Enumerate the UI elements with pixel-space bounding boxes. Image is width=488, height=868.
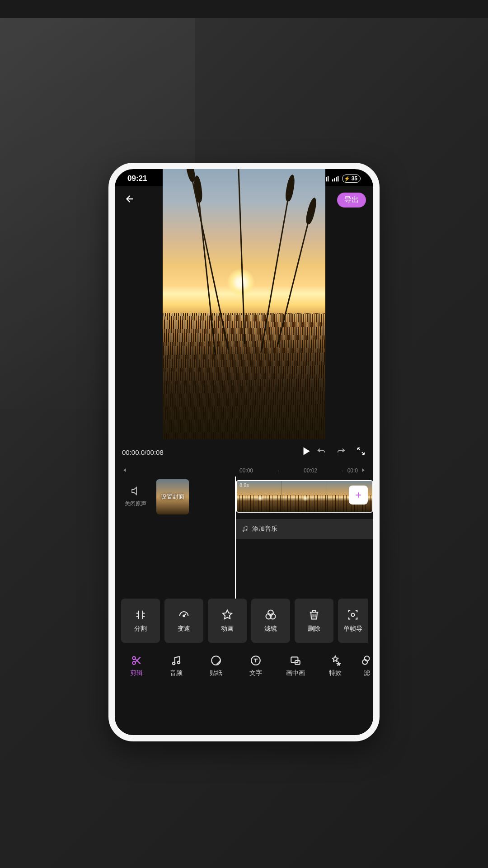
tool-frame-export[interactable]: 单帧导 (338, 599, 368, 643)
tab-label: 音频 (170, 669, 183, 677)
mute-original-audio-button[interactable]: 关闭原声 (122, 479, 149, 508)
add-music-track[interactable]: 添加音乐 (236, 519, 373, 539)
svg-point-21 (173, 662, 175, 665)
tool-animation[interactable]: 动画 (208, 599, 247, 643)
fullscreen-button[interactable] (356, 446, 366, 458)
tab-audio[interactable]: 音频 (157, 655, 195, 677)
bottom-tabs: 剪辑 音频 贴纸 文字 画中画 (115, 646, 373, 685)
ruler-tick-dot: · (277, 467, 279, 474)
ruler-tick: 00:00 (239, 467, 253, 474)
tab-label: 特效 (329, 669, 342, 677)
tool-speed[interactable]: 变速 (164, 599, 203, 643)
set-cover-button[interactable]: 设置封面 (156, 479, 189, 514)
tab-label: 滤 (364, 669, 370, 677)
tab-sticker[interactable]: 贴纸 (197, 655, 235, 677)
phone-frame: 09:21 HD ⚡ 35 (108, 163, 380, 741)
preview-grass-field (163, 313, 325, 439)
svg-point-12 (243, 530, 244, 532)
play-button[interactable] (300, 445, 312, 459)
wallpaper-backdrop: 09:21 HD ⚡ 35 (0, 18, 488, 868)
ruler-tick: 00:02 (304, 467, 317, 474)
goto-start-button[interactable] (121, 467, 127, 475)
tool-split[interactable]: 分割 (121, 599, 160, 643)
svg-point-14 (183, 615, 185, 617)
ruler-tick-dot: · (342, 467, 343, 474)
svg-point-22 (178, 661, 180, 664)
tool-delete[interactable]: 删除 (295, 599, 333, 643)
back-button[interactable] (122, 193, 135, 207)
timecode-display: 00:00.0/00:08 (122, 448, 296, 456)
tool-label: 动画 (221, 625, 234, 633)
ruler-ticks: 00:00 · 00:02 · (127, 467, 347, 474)
clip-tools-row: 分割 变速 动画 滤镜 删除 (115, 599, 373, 643)
mute-label: 关闭原声 (125, 500, 146, 508)
app-header: 导出 (115, 186, 373, 213)
goto-end-button[interactable] (361, 467, 367, 475)
tool-label: 删除 (308, 625, 320, 633)
tab-label: 剪辑 (130, 669, 143, 677)
timeline-area[interactable]: 关闭原声 设置封面 8.9s (115, 476, 373, 599)
tab-label: 画中画 (286, 669, 305, 677)
undo-button[interactable] (316, 446, 326, 458)
playhead[interactable] (235, 476, 236, 599)
tab-effects[interactable]: 特效 (316, 655, 354, 677)
tab-text[interactable]: 文字 (237, 655, 275, 677)
timeline-ruler[interactable]: 00:00 · 00:02 · 00:0 (115, 465, 373, 476)
svg-point-13 (246, 529, 247, 531)
play-controls: 00:00.0/00:08 (115, 439, 373, 465)
cover-label: 设置封面 (161, 493, 184, 501)
clip-duration-badge: 8.9s (239, 482, 249, 488)
ruler-tick: 00:0 (347, 467, 358, 474)
add-clip-button[interactable] (349, 486, 368, 505)
tab-edit[interactable]: 剪辑 (117, 655, 155, 677)
redo-button[interactable] (336, 446, 346, 458)
tab-label: 文字 (249, 669, 262, 677)
svg-point-18 (352, 613, 355, 617)
tool-label: 单帧导 (343, 625, 362, 633)
tab-pip[interactable]: 画中画 (277, 655, 314, 677)
tool-label: 变速 (178, 625, 190, 633)
add-music-label: 添加音乐 (252, 525, 277, 533)
export-button[interactable]: 导出 (337, 193, 366, 208)
tool-label: 分割 (134, 625, 147, 633)
preview-sun (227, 269, 254, 296)
tool-filter[interactable]: 滤镜 (251, 599, 290, 643)
tab-filter-overflow[interactable]: 滤 (356, 655, 373, 677)
video-editor-app: 导出 00:00.0/00:08 00:00 · (115, 186, 373, 735)
tool-label: 滤镜 (264, 625, 277, 633)
clip-thumbnail (282, 481, 327, 512)
tab-label: 贴纸 (210, 669, 222, 677)
